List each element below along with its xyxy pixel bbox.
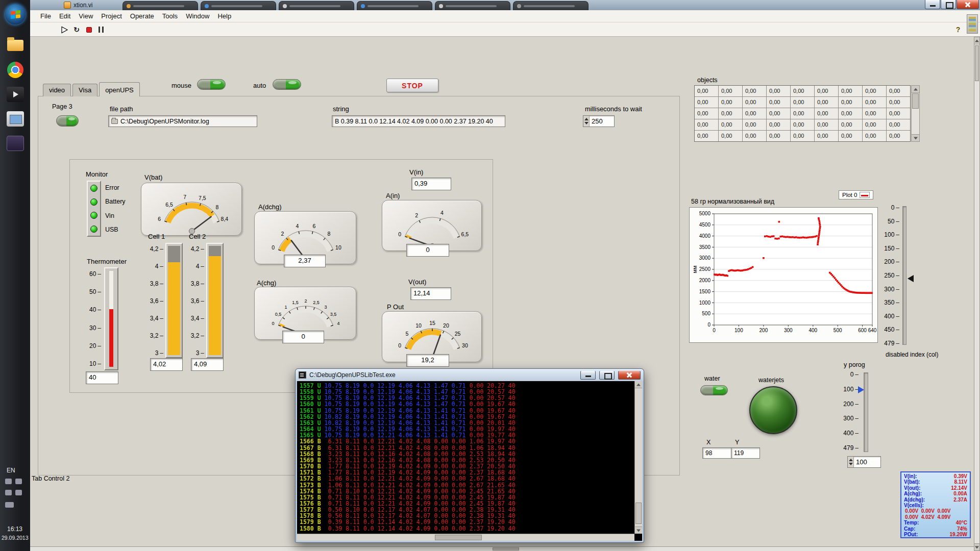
objects-cell[interactable]: 0,00 [839,119,862,130]
run-icon[interactable] [59,24,70,35]
objects-cell[interactable]: 0,00 [767,86,790,96]
tab-openups[interactable]: openUPS [99,82,140,96]
background-tab[interactable] [513,1,589,10]
objects-cell[interactable]: 0,00 [863,97,886,108]
taskbar-item-editor[interactable] [5,133,26,154]
menu-tools[interactable]: Tools [158,11,182,21]
menu-window[interactable]: Window [182,11,213,21]
menu-view[interactable]: View [75,11,97,21]
tray-icon[interactable] [15,479,22,484]
objects-cell[interactable]: 0,00 [839,108,862,119]
increment-decrement-icon[interactable] [583,116,590,127]
objects-scrollbar[interactable] [911,85,920,142]
objects-cell[interactable]: 0,00 [839,131,862,141]
taskbar-item-image-viewer[interactable] [5,108,26,130]
objects-cell[interactable]: 0,00 [743,86,766,96]
water-toggle[interactable] [700,385,728,395]
console-titlebar[interactable]: C:\Debug\OpenUPSLibTest.exe [296,369,644,381]
objects-cell[interactable]: 0,00 [719,131,742,141]
objects-cell[interactable]: 0,00 [719,86,742,96]
file-path-input[interactable]: C:\Debug\OpenUPSMonitor.log [108,115,257,127]
cell1-tank[interactable] [165,243,183,358]
x-input[interactable]: 98 [702,447,731,459]
objects-cell[interactable]: 0,00 [815,131,838,141]
notification-tray-icon[interactable] [5,502,14,508]
objects-cell[interactable]: 0,00 [791,97,814,108]
clock-date[interactable]: 29.09.2013 [2,535,29,541]
objects-cell[interactable]: 0,00 [791,131,814,141]
menu-help[interactable]: Help [213,11,235,21]
taskbar-item-media-player[interactable] [5,84,26,105]
waterjets-button[interactable] [749,386,797,434]
objects-cell[interactable]: 0,00 [695,119,718,130]
objects-cell[interactable]: 0,00 [695,108,718,119]
taskbar-item-chrome[interactable] [5,59,26,81]
menu-project[interactable]: Project [97,11,126,21]
objects-cell[interactable]: 0,00 [719,119,742,130]
background-tab[interactable] [435,1,510,10]
objects-cell[interactable]: 0,00 [743,119,766,130]
abort-icon[interactable] [83,24,94,35]
console-vertical-scrollbar[interactable] [634,381,642,534]
minimize-button[interactable] [925,0,940,9]
run-continuous-icon[interactable]: ↻ [71,24,82,35]
scroll-down-icon[interactable] [635,527,642,534]
tab-video[interactable]: video [43,84,71,96]
objects-cell[interactable]: 0,00 [767,131,790,141]
console-window[interactable]: C:\Debug\OpenUPSLibTest.exe 1557 U 10.75… [295,368,644,543]
background-tab[interactable] [279,1,354,10]
console-maximize-button[interactable] [599,371,615,380]
ms-wait-input[interactable]: 250 [583,115,615,127]
background-tab[interactable] [357,1,432,10]
background-tab[interactable] [201,1,276,10]
scroll-down-icon[interactable] [912,134,919,141]
objects-cell[interactable]: 0,00 [815,97,838,108]
scroll-up-icon[interactable] [635,381,642,388]
volume-tray-icon[interactable] [15,490,22,495]
objects-cell[interactable]: 0,00 [743,131,766,141]
objects-cell[interactable]: 0,00 [695,86,718,96]
menu-edit[interactable]: Edit [55,11,75,21]
objects-cell[interactable]: 0,00 [887,97,910,108]
objects-cell[interactable]: 0,00 [887,131,910,141]
keyboard-tray-icon[interactable] [5,479,12,484]
objects-cell[interactable]: 0,00 [887,86,910,96]
taskbar-item-explorer[interactable] [5,35,26,56]
page3-led[interactable] [56,115,79,127]
objects-cell[interactable]: 0,00 [863,108,886,119]
menu-operate[interactable]: Operate [126,11,158,21]
close-button[interactable] [957,0,979,9]
console-minimize-button[interactable] [580,371,596,380]
disabled-index-slider[interactable] [902,206,906,345]
objects-cell[interactable]: 0,00 [839,86,862,96]
stop-button[interactable]: STOP [386,79,438,92]
panel-horizontal-scrollbar[interactable] [30,546,974,551]
objects-cell[interactable]: 0,00 [695,131,718,141]
scroll-up-icon[interactable] [912,86,919,93]
objects-cell[interactable]: 0,00 [743,108,766,119]
y-porog-input[interactable]: 100 [847,456,881,468]
scroll-down-icon[interactable] [974,543,979,550]
language-indicator[interactable]: EN [7,467,15,474]
objects-cell[interactable]: 0,00 [767,108,790,119]
objects-cell[interactable]: 0,00 [791,86,814,96]
help-icon[interactable]: ? [952,24,964,35]
panel-vertical-scrollbar[interactable] [974,37,980,551]
string-input[interactable]: B 0.39 8.11 0.0 12.14 4.02 4.09 0.00 0.0… [332,115,505,127]
cell2-tank[interactable] [206,243,224,358]
objects-cell[interactable]: 0,00 [815,86,838,96]
objects-cell[interactable]: 0,00 [863,86,886,96]
scroll-up-icon[interactable] [974,37,979,44]
console-close-button[interactable] [618,371,641,380]
objects-cell[interactable]: 0,00 [719,97,742,108]
pause-icon[interactable] [95,24,107,35]
objects-cell[interactable]: 0,00 [791,119,814,130]
objects-cell[interactable]: 0,00 [863,119,886,130]
objects-cell[interactable]: 0,00 [815,119,838,130]
disabled-index-pointer[interactable] [908,275,914,282]
objects-cell[interactable]: 0,00 [719,108,742,119]
increment-decrement-icon[interactable] [848,457,854,467]
y-porog-pointer[interactable] [858,386,864,393]
plot-legend[interactable]: Plot 0 [839,190,873,199]
objects-cell[interactable]: 0,00 [887,119,910,130]
